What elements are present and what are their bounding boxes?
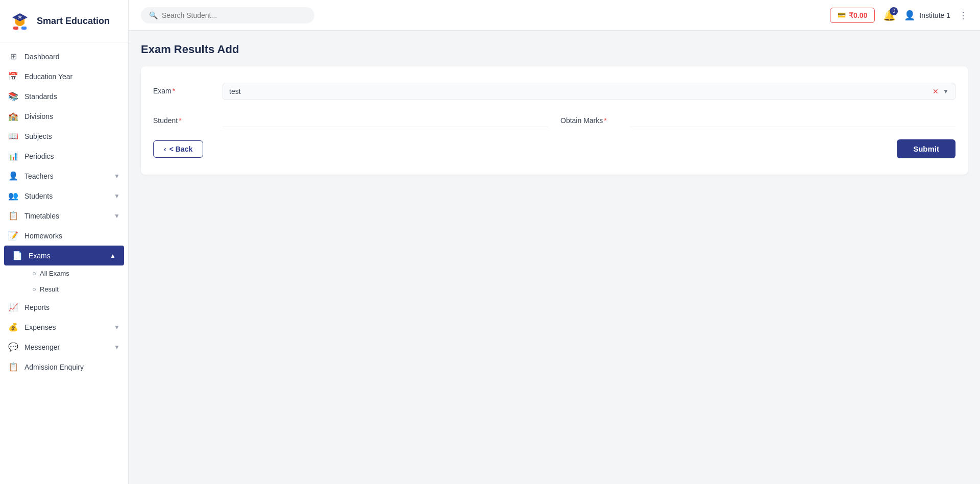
sidebar-item-label: Dashboard	[24, 53, 60, 61]
sidebar-item-dashboard[interactable]: ⊞ Dashboard	[0, 46, 128, 66]
sidebar-item-students[interactable]: 👥 Students ▼	[0, 186, 128, 206]
obtain-marks-col: Obtain Marks*	[560, 112, 955, 127]
students-icon: 👥	[8, 191, 18, 201]
wallet-button[interactable]: 💳 ₹0.00	[830, 8, 875, 23]
homeworks-icon: 📝	[8, 231, 18, 240]
exam-row: Exam* test ✕ ▼	[153, 83, 955, 100]
sidebar-item-label: Divisions	[24, 112, 53, 120]
header-right: 💳 ₹0.00 🔔 0 👤 Institute 1 ⋮	[830, 8, 968, 23]
notification-badge: 0	[890, 7, 898, 15]
education-year-icon: 📅	[8, 71, 18, 81]
form-card: Exam* test ✕ ▼ Student*	[141, 66, 968, 175]
student-marks-row: Student* Obtain Marks*	[153, 112, 955, 127]
sidebar-item-label: Education Year	[24, 72, 72, 81]
more-options-button[interactable]: ⋮	[959, 10, 968, 21]
select-controls: ✕ ▼	[933, 87, 949, 95]
sub-dot-icon	[33, 272, 36, 275]
exam-value: test	[229, 87, 241, 95]
sidebar-item-expenses[interactable]: 💰 Expenses ▼	[0, 317, 128, 337]
search-bar[interactable]: 🔍	[141, 7, 314, 23]
user-menu[interactable]: 👤 Institute 1	[904, 10, 950, 21]
chevron-down-icon: ▼	[114, 192, 120, 200]
sidebar-item-label: Periodics	[24, 152, 54, 160]
page-content: Exam Results Add Exam* test ✕ ▼	[129, 31, 980, 484]
svg-rect-2	[13, 27, 18, 30]
back-icon: ‹	[164, 145, 166, 153]
search-input[interactable]	[162, 11, 306, 19]
notification-button[interactable]: 🔔 0	[883, 9, 896, 21]
sidebar-item-teachers[interactable]: 👤 Teachers ▼	[0, 166, 128, 186]
sidebar-nav: ⊞ Dashboard 📅 Education Year 📚 Standards…	[0, 42, 128, 484]
sidebar-item-homeworks[interactable]: 📝 Homeworks	[0, 226, 128, 246]
standards-icon: 📚	[8, 91, 18, 101]
sidebar-item-label: Messenger	[24, 343, 60, 351]
sidebar-item-standards[interactable]: 📚 Standards	[0, 86, 128, 106]
required-star: *	[179, 116, 181, 125]
sub-dot-icon	[33, 288, 36, 291]
exams-icon: 📄	[12, 251, 22, 260]
wallet-icon: 💳	[838, 11, 846, 19]
periodics-icon: 📊	[8, 151, 18, 161]
sidebar: Smart Education ⊞ Dashboard 📅 Education …	[0, 0, 129, 484]
header: 🔍 💳 ₹0.00 🔔 0 👤 Institute 1 ⋮	[129, 0, 980, 31]
timetables-icon: 📋	[8, 211, 18, 221]
sidebar-item-label: Reports	[24, 303, 50, 311]
sidebar-item-label: Timetables	[24, 212, 59, 220]
chevron-down-icon: ▼	[114, 173, 120, 180]
exam-select[interactable]: test ✕ ▼	[223, 83, 955, 100]
teachers-icon: 👤	[8, 171, 18, 181]
student-label: Student*	[153, 112, 214, 125]
sidebar-item-exams[interactable]: 📄 Exams ▲	[4, 246, 124, 265]
student-input[interactable]	[223, 112, 548, 127]
dashboard-icon: ⊞	[8, 52, 18, 61]
exam-field: test ✕ ▼	[223, 83, 955, 100]
wallet-amount: ₹0.00	[849, 11, 867, 19]
svg-rect-3	[21, 27, 27, 30]
sidebar-item-timetables[interactable]: 📋 Timetables ▼	[0, 206, 128, 226]
back-label: < Back	[169, 145, 193, 153]
sidebar-item-label: Homeworks	[24, 232, 62, 240]
student-col: Student*	[153, 112, 548, 127]
chevron-down-icon: ▼	[114, 324, 120, 331]
user-icon: 👤	[904, 10, 915, 21]
divisions-icon: 🏫	[8, 111, 18, 121]
reports-icon: 📈	[8, 302, 18, 312]
chevron-up-icon: ▲	[110, 252, 116, 259]
messenger-icon: 💬	[8, 342, 18, 352]
sidebar-logo: Smart Education	[0, 0, 128, 42]
sub-nav-label: Result	[40, 285, 59, 293]
sidebar-item-messenger[interactable]: 💬 Messenger ▼	[0, 337, 128, 357]
sidebar-item-divisions[interactable]: 🏫 Divisions	[0, 106, 128, 126]
sidebar-item-all-exams[interactable]: All Exams	[24, 265, 128, 281]
sidebar-item-subjects[interactable]: 📖 Subjects	[0, 126, 128, 146]
sidebar-item-admission-enquiry[interactable]: 📋 Admission Enquiry	[0, 357, 128, 377]
submit-button[interactable]: Submit	[897, 139, 955, 158]
exams-sub-nav: All Exams Result	[0, 265, 128, 297]
sidebar-item-label: Teachers	[24, 172, 54, 180]
student-field	[223, 112, 548, 127]
obtain-marks-input[interactable]	[630, 112, 955, 127]
required-star: *	[173, 87, 175, 95]
expenses-icon: 💰	[8, 322, 18, 332]
exam-label: Exam*	[153, 83, 214, 95]
form-actions: ‹ < Back Submit	[153, 139, 955, 158]
sidebar-item-label: Exams	[29, 252, 51, 260]
sidebar-item-label: Students	[24, 192, 53, 200]
page-title: Exam Results Add	[141, 43, 968, 56]
sidebar-item-result[interactable]: Result	[24, 281, 128, 297]
sidebar-item-label: Expenses	[24, 323, 56, 331]
subjects-icon: 📖	[8, 131, 18, 141]
admission-icon: 📋	[8, 362, 18, 372]
sub-nav-label: All Exams	[40, 270, 69, 277]
app-logo-icon	[8, 9, 32, 33]
search-icon: 🔍	[149, 11, 158, 19]
select-clear-icon[interactable]: ✕	[933, 87, 939, 95]
chevron-down-icon: ▼	[943, 88, 949, 95]
sidebar-item-label: Subjects	[24, 132, 52, 140]
back-button[interactable]: ‹ < Back	[153, 140, 203, 158]
sidebar-item-periodics[interactable]: 📊 Periodics	[0, 146, 128, 166]
required-star: *	[604, 116, 606, 125]
sidebar-item-education-year[interactable]: 📅 Education Year	[0, 66, 128, 86]
app-name: Smart Education	[37, 16, 110, 27]
sidebar-item-reports[interactable]: 📈 Reports	[0, 297, 128, 317]
